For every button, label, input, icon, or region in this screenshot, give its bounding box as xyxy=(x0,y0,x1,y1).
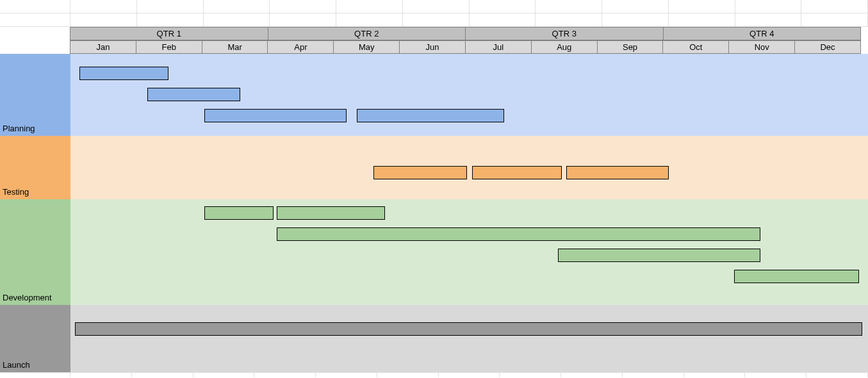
gantt-bar[interactable] xyxy=(558,249,760,262)
month-header-cell: Mar xyxy=(202,40,268,54)
gantt-chart: QTR 1QTR 2QTR 3QTR 4 JanFebMarAprMayJunJ… xyxy=(0,0,868,378)
month-header-cell: Nov xyxy=(728,40,795,54)
phase-body xyxy=(70,199,868,305)
month-header-cell: Jun xyxy=(399,40,466,54)
quarter-header-cell: QTR 3 xyxy=(465,27,664,40)
quarter-header-cell: QTR 1 xyxy=(70,27,268,40)
gantt-bar[interactable] xyxy=(566,166,668,179)
bottom-grid xyxy=(0,372,868,377)
gantt-bar[interactable] xyxy=(734,270,859,283)
phase-body xyxy=(70,136,868,199)
quarter-header-row: QTR 1QTR 2QTR 3QTR 4 xyxy=(70,27,861,40)
quarter-header-cell: QTR 2 xyxy=(268,27,466,40)
gantt-bar[interactable] xyxy=(147,88,241,101)
phase-row-development: Development xyxy=(0,199,868,305)
phase-body xyxy=(70,305,868,372)
rows-area: PlanningTestingDevelopmentLaunch xyxy=(0,54,868,372)
month-header-cell: Oct xyxy=(662,40,729,54)
gantt-bar[interactable] xyxy=(277,227,760,241)
gantt-bar[interactable] xyxy=(357,109,504,122)
gantt-bar[interactable] xyxy=(277,206,384,220)
month-header-cell: Sep xyxy=(597,40,664,54)
month-header-row: JanFebMarAprMayJunJulAugSepOctNovDec xyxy=(70,40,861,54)
month-header-cell: Apr xyxy=(267,40,334,54)
phase-label: Launch xyxy=(0,305,70,372)
month-header-cell: Jul xyxy=(465,40,532,54)
quarter-header-cell: QTR 4 xyxy=(663,27,862,40)
phase-row-testing: Testing xyxy=(0,136,868,199)
gantt-bar[interactable] xyxy=(75,322,862,336)
gantt-bar[interactable] xyxy=(204,206,274,220)
phase-row-launch: Launch xyxy=(0,305,868,372)
month-header-cell: May xyxy=(333,40,400,54)
gantt-bar[interactable] xyxy=(79,67,168,80)
phase-label: Testing xyxy=(0,136,70,199)
month-header-cell: Aug xyxy=(531,40,598,54)
gantt-bar[interactable] xyxy=(373,166,467,179)
gantt-bar[interactable] xyxy=(472,166,561,179)
month-header-cell: Feb xyxy=(136,40,202,54)
phase-label: Planning xyxy=(0,54,70,136)
month-header-cell: Jan xyxy=(70,40,136,54)
gantt-bar[interactable] xyxy=(204,109,347,122)
phase-body xyxy=(70,54,868,136)
month-header-cell: Dec xyxy=(794,40,861,54)
phase-row-planning: Planning xyxy=(0,54,868,136)
top-grid xyxy=(0,0,868,27)
phase-label: Development xyxy=(0,199,70,305)
